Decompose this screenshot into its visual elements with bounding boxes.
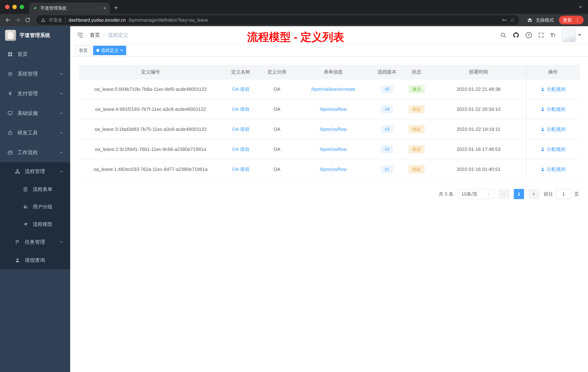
definition-name-link[interactable]: OA 请假 — [232, 87, 249, 92]
sidebar-item-workflow[interactable]: 工作流程 — [0, 143, 70, 162]
tag-home[interactable]: 首页 — [76, 46, 91, 55]
chevron-down-icon — [59, 240, 64, 244]
version-badge: v1 — [381, 166, 393, 173]
column-header: 操作 — [526, 65, 579, 79]
bookmark-star-icon[interactable]: ☆ — [510, 17, 515, 23]
column-header: 定义分类 — [260, 69, 294, 75]
next-page-button[interactable] — [528, 189, 539, 199]
help-question-icon[interactable]: ? — [526, 32, 532, 38]
assign-rule-link[interactable]: 分配规则 — [541, 86, 566, 92]
form-info-link[interactable]: /bpm/oa/leave/create — [311, 87, 355, 92]
current-page-button[interactable]: 1 — [514, 189, 524, 199]
sidebar-item-task-management[interactable]: 任务管理 — [0, 233, 70, 251]
definition-name-link[interactable]: OA 请假 — [232, 127, 249, 132]
new-tab-button[interactable]: + — [114, 4, 118, 12]
sidebar-item-infrastructure[interactable]: 基础设施 — [0, 103, 70, 123]
assign-rule-link[interactable]: 分配规则 — [541, 126, 566, 132]
avatar[interactable] — [562, 28, 576, 42]
font-size-icon[interactable]: TT — [550, 33, 556, 38]
cell-deploy-time: 2022-01-22 19:19:11 — [431, 127, 526, 132]
user-avatar-menu[interactable] — [562, 28, 581, 42]
tag-label: 流程定义 — [101, 47, 118, 53]
sidebar-item-process-form[interactable]: 流程表单 — [0, 181, 70, 198]
assign-rule-link[interactable]: 分配规则 — [541, 166, 566, 173]
form-info-link[interactable]: /bpm/oa/flow — [320, 127, 346, 132]
sidebar-item-user-group[interactable]: 用户分组 — [0, 198, 70, 216]
cell-definition-id: oa_leave:5:004b710b-7b8a-11ec-8ef0-acde4… — [79, 87, 222, 92]
sidebar-item-process-management[interactable]: 流程管理 — [0, 162, 70, 181]
sidebar-item-home[interactable]: 首页 — [0, 44, 70, 64]
cell-deploy-time: 2022-01-16 01:40:51 — [431, 166, 526, 172]
table-header-row: 定义编号 定义名称 定义分类 表单信息 流程版本 状态 部署时间 操作 — [79, 65, 580, 79]
sidebar-toggle-hamburger-icon[interactable] — [77, 32, 83, 38]
cell-deploy-time: 2022-01-16 17:46:53 — [431, 146, 526, 152]
sidebar-item-process-model[interactable]: 流程模型 — [0, 216, 70, 233]
chevron-up-icon — [59, 150, 64, 155]
goto-label: 前往 — [544, 191, 553, 197]
logo-avatar — [5, 30, 16, 41]
sidebar-item-devtools[interactable]: 研发工具 — [0, 123, 70, 143]
security-label[interactable]: 不安全 — [49, 17, 62, 23]
tab-close-icon[interactable]: × — [103, 6, 106, 11]
back-icon[interactable] — [4, 17, 11, 23]
window-zoom-button[interactable] — [20, 5, 24, 9]
menu-infrastructure-monitor-icon — [7, 110, 13, 116]
form-info-link[interactable]: /bpm/oa/flow — [320, 146, 346, 152]
cell-category: OA — [260, 87, 294, 92]
definition-name-link[interactable]: OA 请假 — [232, 146, 249, 152]
github-icon[interactable] — [513, 32, 519, 39]
cell-category: OA — [260, 107, 294, 112]
assign-rule-link[interactable]: 分配规则 — [541, 146, 566, 153]
fullscreen-icon[interactable] — [538, 32, 544, 38]
menu-form-document-icon — [22, 186, 28, 192]
font-size-large-glyph: T — [550, 33, 554, 38]
menu-leave-person-icon — [15, 257, 20, 263]
sidebar-logo[interactable]: 芋道管理系统 — [0, 26, 70, 44]
cell-category: OA — [260, 166, 294, 172]
assign-rule-link[interactable]: 分配规则 — [541, 106, 566, 112]
tag-process-definition[interactable]: 流程定义 × — [93, 46, 126, 55]
browser-update-button[interactable]: 更新 ⋮ — [559, 16, 584, 24]
forward-icon[interactable] — [15, 17, 21, 23]
window-minimize-button[interactable] — [12, 5, 17, 9]
version-badge: v2 — [381, 146, 393, 153]
browser-tab[interactable]: 芋道管理系统 × — [29, 2, 110, 14]
password-key-icon[interactable] — [501, 17, 507, 23]
prev-page-button[interactable] — [499, 189, 509, 199]
tag-close-icon[interactable]: × — [120, 48, 123, 53]
table-row: oa_leave:3:1fad3d93-7b75-11ec-a3c8-acde4… — [79, 119, 580, 139]
tab-title: 芋道管理系统 — [40, 5, 100, 11]
browser-menu-kebab-icon[interactable]: ⋮ — [575, 17, 580, 23]
chevron-down-icon — [59, 111, 64, 115]
sidebar-item-label: 基础设施 — [17, 110, 38, 117]
table-row: oa_leave:2:3c1f0ef1-76b1-11ec-9c66-a2380… — [79, 139, 580, 159]
tab-overflow-chevron-icon[interactable] — [578, 4, 583, 10]
definition-name-link[interactable]: OA 请假 — [232, 107, 249, 112]
sidebar: 芋道管理系统 首页 系统管理 ¥ 支付管理 — [0, 26, 70, 372]
version-badge: v3 — [381, 126, 393, 133]
form-info-link[interactable]: /bpm/oa/flow — [320, 107, 346, 112]
incognito-icon — [526, 17, 533, 23]
reload-icon[interactable] — [25, 17, 31, 23]
address-bar[interactable]: 不安全 dashboard.yudao.iocoder.cn /bpm/mana… — [36, 15, 519, 25]
menu-process-model-send-icon — [22, 221, 28, 227]
sidebar-item-system[interactable]: 系统管理 — [0, 64, 70, 84]
status-badge: 挂起 — [409, 165, 425, 173]
sidebar-item-payment[interactable]: ¥ 支付管理 — [0, 84, 70, 103]
page-goto-input[interactable] — [556, 189, 572, 199]
main-area: 流程模型 - 定义列表 首页 / 流程定义 ? — [70, 26, 588, 372]
window-close-button[interactable] — [5, 5, 10, 9]
sidebar-item-leave-query[interactable]: 请假查询 — [0, 251, 70, 269]
form-info-link[interactable]: /bpm/oa/flow — [320, 166, 346, 172]
assign-rule-label: 分配规则 — [547, 166, 566, 173]
search-icon[interactable] — [500, 32, 506, 38]
column-header: 状态 — [402, 69, 431, 75]
sidebar-item-label: 流程模型 — [33, 221, 52, 228]
incognito-label: 无痕模式 — [536, 17, 554, 23]
breadcrumb-home[interactable]: 首页 — [90, 32, 100, 39]
pagination-total: 共 5 条 — [439, 191, 453, 197]
page-size-select[interactable]: 10条/页 — [458, 189, 494, 199]
cell-definition-id: oa_leave:1:482ec033-762a-11ec-8477-a2380… — [79, 166, 222, 172]
definition-name-link[interactable]: OA 请假 — [232, 166, 249, 172]
breadcrumb-separator: / — [103, 32, 105, 38]
